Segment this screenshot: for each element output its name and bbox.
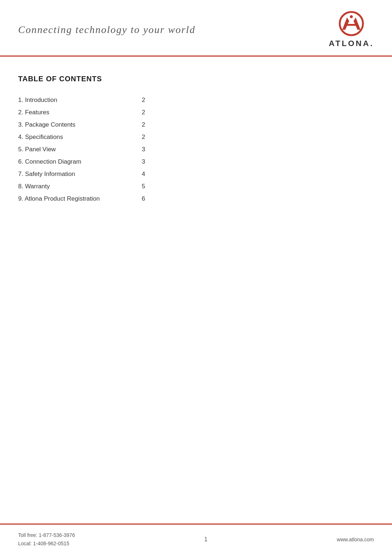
toc-item-label-3: 3. Package Contents [18, 121, 134, 128]
toc-item-label-9: 9. Atlona Product Registration [18, 195, 134, 202]
toc-item: 4. Specifications2 [18, 131, 145, 143]
toc-item-label-6: 6. Connection Diagram [18, 158, 134, 165]
toc-item-page-5: 3 [134, 146, 145, 153]
toc-item: 1. Introduction2 [18, 94, 145, 106]
toll-free-line: Toll free: 1-877-536-3976 [18, 531, 75, 539]
main-content: TABLE OF CONTENTS 1. Introduction22. Fea… [0, 57, 392, 524]
toc-item: 6. Connection Diagram3 [18, 156, 145, 168]
toc-item-page-7: 4 [134, 171, 145, 178]
page-number: 1 [204, 536, 208, 543]
toc-item: 2. Features2 [18, 106, 145, 119]
toc-item-page-4: 2 [134, 134, 145, 141]
toc-item-label-5: 5. Panel View [18, 146, 134, 153]
footer: Toll free: 1-877-536-3976 Local: 1-408-9… [0, 524, 392, 554]
atlona-logo-icon [335, 11, 368, 38]
website: www.atlona.com [337, 537, 374, 542]
toc-item-page-9: 6 [134, 195, 145, 202]
toc-list: 1. Introduction22. Features23. Package C… [18, 94, 145, 205]
toc-item-page-3: 2 [134, 121, 145, 128]
toc-item-page-1: 2 [134, 97, 145, 104]
header: Connecting technology to your world [0, 0, 392, 57]
toc-item-label-4: 4. Specifications [18, 134, 134, 141]
toc-item: 8. Warranty5 [18, 180, 145, 193]
footer-contact: Toll free: 1-877-536-3976 Local: 1-408-9… [18, 531, 75, 547]
toc-item-label-2: 2. Features [18, 109, 134, 116]
logo-container: ATLONA. [329, 11, 374, 48]
atlona-logo: ATLONA. [329, 11, 374, 48]
toc-item-page-8: 5 [134, 183, 145, 190]
svg-marker-1 [342, 17, 349, 30]
toll-free-label: Toll free: [18, 532, 39, 538]
local-number: 1-408-962-0515 [33, 541, 69, 546]
toc-title: TABLE OF CONTENTS [18, 75, 374, 83]
toc-item: 7. Safety Information4 [18, 168, 145, 180]
local-line: Local: 1-408-962-0515 [18, 539, 75, 547]
brand-name: ATLONA. [329, 39, 374, 48]
toc-item: 9. Atlona Product Registration6 [18, 193, 145, 205]
page: Connecting technology to your world [0, 0, 392, 554]
toc-item-label-8: 8. Warranty [18, 183, 134, 190]
toc-item: 3. Package Contents2 [18, 119, 145, 131]
toc-item: 5. Panel View3 [18, 143, 145, 156]
header-tagline: Connecting technology to your world [18, 24, 195, 36]
svg-marker-2 [354, 17, 360, 30]
toc-item-page-2: 2 [134, 109, 145, 116]
toc-item-label-7: 7. Safety Information [18, 171, 134, 178]
local-label: Local: [18, 541, 33, 546]
svg-rect-3 [347, 24, 356, 26]
toc-item-page-6: 3 [134, 158, 145, 165]
svg-point-4 [350, 15, 353, 18]
toll-free-number: 1-877-536-3976 [39, 532, 75, 538]
toc-item-label-1: 1. Introduction [18, 97, 134, 104]
